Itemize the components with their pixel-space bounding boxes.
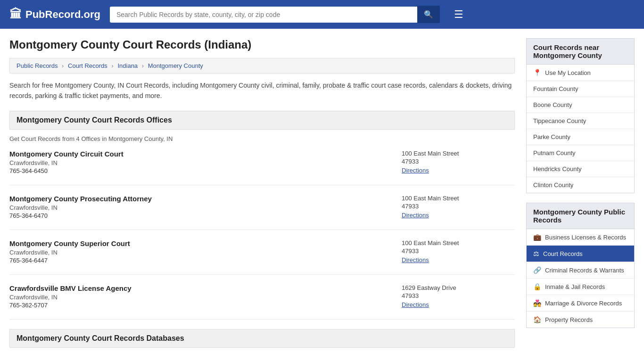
office-name: Montgomery County Superior Court [9, 239, 402, 247]
office-name: Montgomery County Circuit Court [9, 150, 402, 158]
house-icon: 🏠 [533, 316, 541, 323]
office-name: Montgomery County Prosecuting Attorney [9, 195, 402, 203]
link-icon: 🔗 [533, 266, 541, 274]
lock-icon: 🔒 [533, 283, 541, 290]
county-label: Hendricks County [533, 165, 582, 173]
breadcrumb-sep-1: › [62, 62, 64, 69]
record-label: Business Licenses & Records [545, 234, 626, 241]
breadcrumb-sep-2: › [111, 62, 113, 69]
breadcrumb-public-records[interactable]: Public Records [17, 62, 58, 69]
offices-count: Get Court Records from 4 Offices in Mont… [9, 135, 515, 142]
sidebar-item-tippecanoe-county[interactable]: Tippecanoe County [527, 113, 634, 129]
public-records-section: 💼 Business Licenses & Records ⚖ Court Re… [526, 229, 635, 328]
office-zip: 47933 [402, 158, 515, 165]
office-item: Montgomery County Circuit Court Crawford… [9, 150, 515, 174]
logo-icon: 🏛 [9, 7, 22, 22]
logo-text: PubRecord.org [25, 8, 100, 21]
sidebar-item-business-licenses[interactable]: 💼 Business Licenses & Records [527, 229, 634, 246]
nearby-section: 📍 Use My Location Fountain County Boone … [526, 65, 635, 193]
office-name: Crawfordsville BMV License Agency [9, 284, 402, 292]
office-zip: 47933 [402, 292, 515, 299]
county-label: Parke County [533, 133, 570, 140]
directions-link[interactable]: Directions [402, 256, 429, 263]
breadcrumb: Public Records › Court Records › Indiana… [9, 58, 515, 74]
record-label: Marriage & Divorce Records [545, 300, 622, 307]
menu-button[interactable]: ☰ [454, 8, 463, 21]
office-city: Crawfordsville, IN [9, 249, 402, 256]
office-item: Crawfordsville BMV License Agency Crawfo… [9, 284, 515, 309]
offices-section-header: Montgomery County Court Records Offices [9, 111, 515, 130]
office-address: 100 East Main Street [402, 195, 515, 202]
county-label: Boone County [533, 101, 572, 108]
office-address: 100 East Main Street [402, 239, 515, 247]
office-phone: 765-364-6470 [9, 212, 402, 219]
office-item: Montgomery County Superior Court Crawfor… [9, 239, 515, 264]
county-label: Putnam County [533, 149, 576, 156]
office-phone: 765-364-6450 [9, 167, 402, 174]
logo[interactable]: 🏛 PubRecord.org [9, 7, 100, 22]
office-city: Crawfordsville, IN [9, 294, 402, 301]
breadcrumb-sep-3: › [142, 62, 144, 69]
office-phone: 765-362-5707 [9, 302, 402, 309]
sidebar-item-fountain-county[interactable]: Fountain County [527, 81, 634, 97]
location-icon: 📍 [533, 69, 541, 76]
office-zip: 47933 [402, 203, 515, 210]
search-input[interactable] [110, 7, 417, 23]
page-title: Montgomery County Court Records (Indiana… [9, 38, 515, 51]
county-label: Tippecanoe County [533, 117, 586, 124]
office-zip: 47933 [402, 247, 515, 255]
office-item: Montgomery County Prosecuting Attorney C… [9, 195, 515, 219]
record-label: Court Records [543, 250, 583, 257]
record-label: Property Records [545, 316, 593, 323]
office-phone: 765-364-6447 [9, 257, 402, 264]
sidebar-item-criminal-records[interactable]: 🔗 Criminal Records & Warrants [527, 262, 634, 279]
sidebar: Court Records near Montgomery County 📍 U… [526, 38, 635, 354]
nearby-header: Court Records near Montgomery County [526, 38, 635, 65]
search-icon: 🔍 [424, 10, 433, 18]
sidebar-item-marriage-records[interactable]: 💑 Marriage & Divorce Records [527, 295, 634, 312]
county-label: Fountain County [533, 85, 578, 92]
sidebar-item-boone-county[interactable]: Boone County [527, 97, 634, 113]
office-city: Crawfordsville, IN [9, 159, 402, 166]
record-label: Inmate & Jail Records [545, 283, 605, 290]
sidebar-item-inmate-records[interactable]: 🔒 Inmate & Jail Records [527, 279, 634, 295]
sidebar-item-hendricks-county[interactable]: Hendricks County [527, 161, 634, 177]
sidebar-item-putnam-county[interactable]: Putnam County [527, 145, 634, 161]
office-address: 100 East Main Street [402, 150, 515, 157]
breadcrumb-court-records[interactable]: Court Records [68, 62, 107, 69]
breadcrumb-montgomery-county[interactable]: Montgomery County [148, 62, 203, 69]
use-location-item[interactable]: 📍 Use My Location [527, 65, 634, 81]
main-content: Montgomery County Court Records (Indiana… [9, 38, 515, 354]
use-location-label: Use My Location [545, 69, 591, 76]
record-label: Criminal Records & Warrants [545, 267, 624, 274]
hamburger-icon: ☰ [454, 8, 463, 20]
sidebar-item-clinton-county[interactable]: Clinton County [527, 177, 634, 193]
briefcase-icon: 💼 [533, 233, 541, 241]
intro-text: Search for free Montgomery County, IN Co… [9, 80, 515, 101]
directions-link[interactable]: Directions [402, 212, 429, 219]
databases-section-header: Montgomery County Court Records Database… [9, 329, 515, 348]
directions-link[interactable]: Directions [402, 167, 429, 174]
county-label: Clinton County [533, 181, 573, 189]
public-records-header: Montgomery County Public Records [526, 203, 635, 229]
office-city: Crawfordsville, IN [9, 204, 402, 211]
rings-icon: 💑 [533, 299, 541, 307]
sidebar-item-parke-county[interactable]: Parke County [527, 129, 634, 145]
directions-link[interactable]: Directions [402, 301, 429, 308]
breadcrumb-indiana[interactable]: Indiana [117, 62, 138, 69]
office-address: 1629 Eastway Drive [402, 284, 515, 291]
search-area: 🔍 [110, 6, 440, 23]
search-button[interactable]: 🔍 [417, 6, 440, 23]
sidebar-item-property-records[interactable]: 🏠 Property Records [527, 312, 634, 328]
sidebar-item-court-records[interactable]: ⚖ Court Records [527, 246, 634, 262]
scales-icon: ⚖ [533, 250, 539, 257]
